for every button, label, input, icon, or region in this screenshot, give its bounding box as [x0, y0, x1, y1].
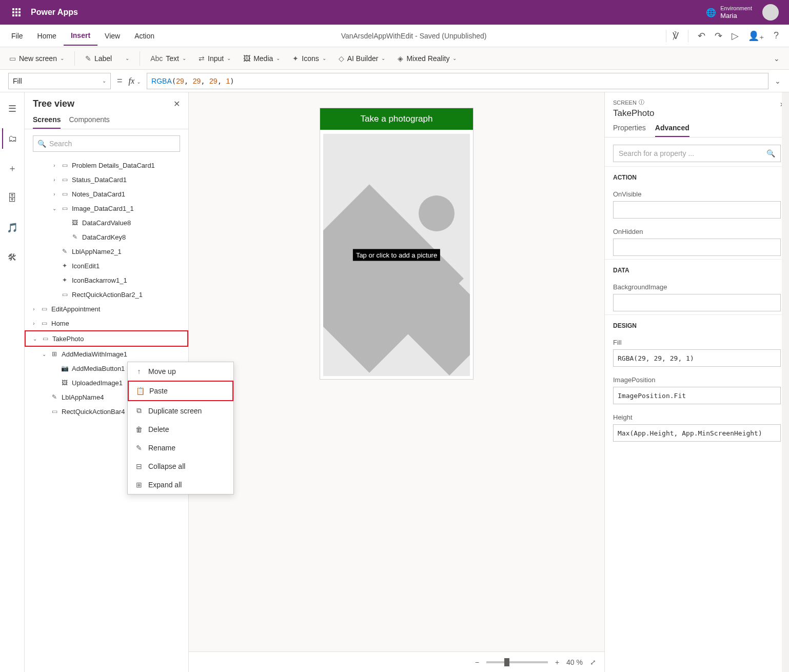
section-design: DESIGN — [605, 314, 789, 332]
section-action: ACTION — [605, 166, 789, 184]
tree-item[interactable]: 🖼DataCardValue8 — [25, 215, 188, 230]
tree-item[interactable]: ›▭Status_DataCard1 — [25, 172, 188, 187]
zoom-value: 40 % — [566, 658, 583, 666]
menu-action[interactable]: Action — [127, 27, 162, 45]
screen-header: Take a photograph — [320, 108, 473, 130]
zoom-in-button[interactable]: + — [555, 658, 559, 666]
menu-view[interactable]: View — [97, 27, 127, 45]
context-menu-item[interactable]: ⧉Duplicate screen — [128, 401, 233, 420]
ai-builder-button[interactable]: ◇AI Builder⌄ — [333, 51, 391, 66]
tab-components[interactable]: Components — [69, 115, 109, 129]
rail-media[interactable]: 🎵 — [2, 218, 23, 238]
environment-picker[interactable]: 🌐 Environment Maria — [706, 4, 785, 21]
input-button[interactable]: ⇄Input⌄ — [193, 51, 236, 66]
context-menu-item[interactable]: ⊟Collapse all — [128, 457, 233, 476]
prop-input-onvisible[interactable] — [613, 201, 781, 219]
tab-advanced[interactable]: Advanced — [655, 124, 689, 137]
chevron-icon: ⌄ — [41, 351, 47, 357]
tree-item[interactable]: ✦IconBackarrow1_1 — [25, 273, 188, 287]
label-button[interactable]: ✎Label⌄ — [80, 51, 134, 66]
play-icon[interactable]: ▷ — [732, 30, 739, 42]
rail-hamburger[interactable]: ☰ — [2, 98, 23, 119]
card-icon: ▭ — [61, 190, 69, 198]
document-title: VanArsdelAppWithEdit - Saved (Unpublishe… — [162, 32, 666, 40]
tab-properties[interactable]: Properties — [613, 124, 646, 137]
prop-label-backgroundimage: BackgroundImage — [605, 277, 789, 294]
card-icon: ▭ — [61, 175, 69, 184]
waffle-menu[interactable] — [4, 0, 29, 25]
context-menu-item[interactable]: ✎Rename — [128, 439, 233, 457]
media-button[interactable]: 🖼Media⌄ — [238, 51, 285, 66]
menu-item-label: Expand all — [148, 481, 182, 489]
undo-icon[interactable]: ↶ — [698, 30, 705, 42]
menu-file[interactable]: File — [4, 27, 30, 45]
redo-icon[interactable]: ↷ — [715, 30, 722, 42]
tree-view-title: Tree view — [33, 98, 74, 109]
chevron-down-icon: ⌄ — [125, 55, 129, 61]
menu-home[interactable]: Home — [30, 27, 64, 45]
context-menu-item[interactable]: ↑Move up — [128, 362, 233, 381]
property-selector[interactable]: Fill ⌄ — [8, 73, 111, 89]
zoom-slider[interactable] — [486, 661, 548, 663]
menu-item-label: Paste — [149, 387, 168, 395]
fit-to-window-icon[interactable]: ⤢ — [590, 658, 596, 666]
image-icon: 🖼 — [71, 219, 79, 227]
new-screen-button[interactable]: ▭New screen⌄ — [4, 51, 69, 66]
tree-item[interactable]: ✎DataCardKey8 — [25, 230, 188, 244]
fx-icon[interactable]: fx ⌄ — [129, 76, 141, 86]
expand-formula-icon[interactable]: ⌄ — [775, 77, 781, 85]
tree-item-label: LblAppName2_1 — [72, 248, 122, 255]
chevron-icon: ⌄ — [51, 206, 57, 211]
chevron-icon: ⌄ — [32, 336, 38, 342]
menu-insert[interactable]: Insert — [64, 26, 97, 46]
share-icon[interactable]: 👤₊ — [748, 30, 764, 42]
context-menu-item[interactable]: ⊞Expand all — [128, 476, 233, 494]
prop-input-fill[interactable]: RGBA(29, 29, 29, 1) — [613, 349, 781, 367]
rail-advanced-tools[interactable]: 🛠 — [2, 247, 23, 268]
avatar[interactable] — [762, 4, 779, 21]
app-checker-icon[interactable]: ℣ — [673, 30, 679, 42]
tab-screens[interactable]: Screens — [33, 115, 61, 129]
topbar: Power Apps 🌐 Environment Maria — [0, 0, 789, 25]
tree-item[interactable]: ›▭Home — [25, 316, 188, 330]
left-rail: ☰ 🗂 ＋ 🗄 🎵 🛠 — [0, 92, 25, 672]
equals-sign: = — [117, 75, 123, 86]
tree-item[interactable]: ⌄⊞AddMediaWithImage1 — [25, 347, 188, 361]
tree-item[interactable]: ⌄▭TakePhoto — [25, 330, 188, 347]
environment-label: Environment — [720, 5, 752, 12]
property-search-input[interactable]: Search for a property ... 🔍 — [613, 145, 781, 162]
info-icon[interactable]: ⓘ — [639, 98, 644, 106]
formula-input[interactable]: RGBA(29, 29, 29, 1) — [147, 73, 768, 89]
mixed-reality-button[interactable]: ◈Mixed Reality⌄ — [392, 51, 462, 66]
tree-item[interactable]: ✎LblAppName2_1 — [25, 244, 188, 259]
toolbar-overflow[interactable]: ⌄ — [768, 51, 785, 66]
tree-item[interactable]: ✦IconEdit1 — [25, 259, 188, 273]
prop-input-height[interactable]: Max(App.Height, App.MinScreenHeight) — [613, 424, 781, 442]
rail-insert[interactable]: ＋ — [2, 158, 23, 179]
icons-button[interactable]: ✦Icons⌄ — [287, 51, 331, 66]
context-menu-item[interactable]: 🗑Delete — [128, 420, 233, 439]
tree-item[interactable]: ›▭EditAppointment — [25, 302, 188, 316]
chevron-down-icon: ⌄ — [276, 55, 280, 61]
tap-to-add-label: Tap or click to add a picture — [353, 249, 440, 261]
scrollbar[interactable] — [782, 92, 789, 672]
tree-item[interactable]: ›▭Notes_DataCard1 — [25, 187, 188, 201]
close-icon[interactable]: ✕ — [173, 99, 180, 109]
tree-item[interactable]: ▭RectQuickActionBar2_1 — [25, 287, 188, 302]
context-menu-item[interactable]: 📋Paste — [128, 381, 233, 401]
text-button[interactable]: AbcText⌄ — [145, 51, 191, 66]
add-picture-control[interactable]: Tap or click to add a picture — [323, 134, 470, 376]
tree-item[interactable]: ›▭Problem Details_DataCard1 — [25, 158, 188, 172]
prop-input-imageposition[interactable]: ImagePosition.Fit — [613, 387, 781, 404]
tree-item[interactable]: ⌄▭Image_DataCard1_1 — [25, 201, 188, 215]
zoom-out-button[interactable]: − — [475, 658, 479, 666]
rail-data[interactable]: 🗄 — [2, 188, 23, 208]
prop-input-onhidden[interactable] — [613, 239, 781, 256]
prop-input-backgroundimage[interactable] — [613, 294, 781, 311]
rail-tree-view[interactable]: 🗂 — [2, 128, 23, 149]
device-preview[interactable]: Take a photograph Tap or click to add a … — [320, 108, 474, 380]
tree-search-input[interactable]: 🔍 Search — [33, 135, 180, 152]
tree-item-label: DataCardKey8 — [82, 233, 126, 241]
tree-item-label: Image_DataCard1_1 — [72, 205, 134, 212]
help-icon[interactable]: ? — [774, 30, 779, 41]
